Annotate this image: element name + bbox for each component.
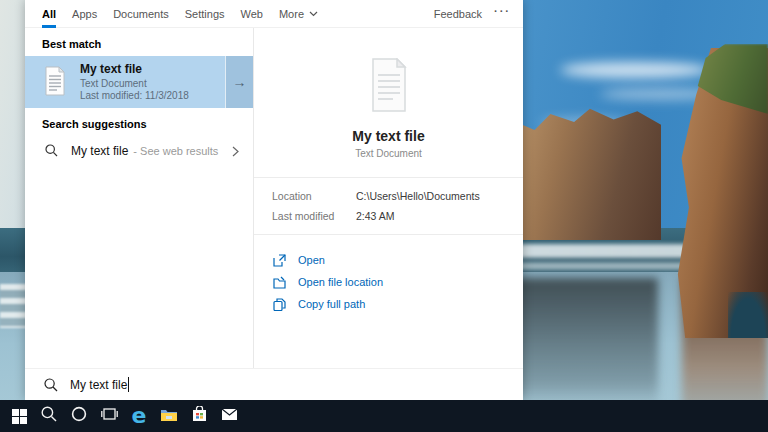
search-input[interactable]: My text file: [25, 368, 523, 400]
expand-result-button[interactable]: →: [225, 56, 253, 108]
overflow-menu-button[interactable]: ···: [492, 5, 523, 23]
preview-subtitle: Text Document: [254, 148, 523, 159]
file-explorer-button[interactable]: [154, 400, 184, 432]
suggestion-hint: - See web results: [133, 145, 218, 157]
file-details: Location C:\Users\Hello\Documents Last m…: [254, 177, 523, 235]
edge-icon: e: [132, 406, 147, 426]
search-input-value: My text file: [70, 378, 127, 392]
chevron-down-icon: [309, 11, 318, 17]
best-match-result[interactable]: My text file Text Document Last modified…: [25, 56, 253, 108]
tab-documents[interactable]: Documents: [105, 0, 177, 28]
search-results-column: Best match My text file Text Document La…: [25, 28, 253, 368]
taskbar: e: [0, 400, 768, 432]
search-icon: [45, 144, 58, 159]
task-view-button[interactable]: [94, 400, 124, 432]
cortana-button[interactable]: [64, 400, 94, 432]
best-match-heading: Best match: [25, 28, 253, 56]
best-match-modified: Last modified: 11/3/2018: [80, 90, 189, 102]
text-file-icon: [42, 66, 68, 98]
mail-icon: [221, 407, 238, 425]
detail-row-modified: Last modified 2:43 AM: [254, 206, 523, 226]
edge-button[interactable]: e: [124, 400, 154, 432]
tab-apps[interactable]: Apps: [64, 0, 105, 28]
tab-more[interactable]: More: [271, 0, 326, 28]
feedback-button[interactable]: Feedback: [424, 8, 492, 20]
wallpaper-arch: [728, 292, 768, 338]
preview-pane: My text file Text Document Location C:\U…: [253, 28, 523, 368]
arrow-right-icon: →: [233, 74, 247, 90]
open-file-location-action[interactable]: Open file location: [272, 271, 523, 293]
cortana-icon: [71, 406, 87, 426]
search-icon: [44, 378, 58, 392]
task-view-icon: [101, 407, 118, 425]
open-action[interactable]: Open: [272, 249, 523, 271]
wallpaper-cloud: [560, 62, 710, 78]
search-filter-tabbar: All Apps Documents Settings Web More Fee…: [25, 0, 523, 28]
file-explorer-icon: [160, 407, 178, 426]
search-icon: [41, 406, 57, 426]
taskbar-search-button[interactable]: [34, 400, 64, 432]
search-suggestions-heading: Search suggestions: [25, 108, 253, 136]
start-button[interactable]: [4, 400, 34, 432]
mail-button[interactable]: [214, 400, 244, 432]
suggestion-query: My text file: [71, 144, 128, 158]
modified-value: 2:43 AM: [356, 210, 395, 222]
file-actions: Open Open file location Copy full path: [254, 235, 523, 315]
location-value: C:\Users\Hello\Documents: [356, 190, 480, 202]
folder-icon: [272, 275, 286, 289]
wallpaper-reflection: [508, 278, 658, 408]
detail-row-location: Location C:\Users\Hello\Documents: [254, 186, 523, 206]
text-file-icon-large: [366, 102, 412, 114]
windows-logo-icon: [12, 409, 27, 424]
best-match-title: My text file: [80, 62, 189, 76]
tab-web[interactable]: Web: [233, 0, 271, 28]
open-icon: [272, 253, 286, 267]
preview-title: My text file: [254, 128, 523, 144]
web-suggestion-item[interactable]: My text file - See web results: [25, 136, 253, 166]
best-match-type: Text Document: [80, 78, 189, 90]
text-caret: [128, 377, 129, 392]
store-icon: [192, 406, 207, 426]
chevron-right-icon: [232, 146, 239, 157]
windows-search-panel: All Apps Documents Settings Web More Fee…: [25, 0, 523, 400]
tab-all[interactable]: All: [34, 0, 64, 28]
tab-settings[interactable]: Settings: [177, 0, 233, 28]
store-button[interactable]: [184, 400, 214, 432]
copy-icon: [272, 297, 286, 311]
copy-full-path-action[interactable]: Copy full path: [272, 293, 523, 315]
